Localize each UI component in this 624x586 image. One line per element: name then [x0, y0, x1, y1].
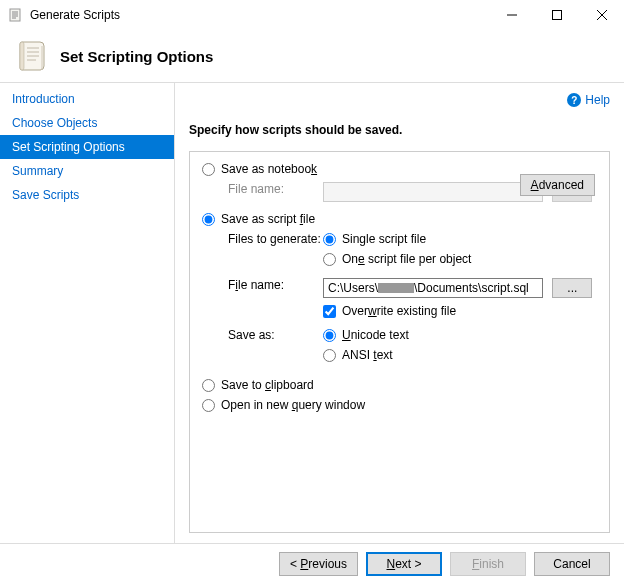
- wizard-footer: < Previous Next > Finish Cancel: [0, 543, 624, 583]
- app-icon: [8, 7, 24, 23]
- previous-button[interactable]: < Previous: [279, 552, 358, 576]
- help-link[interactable]: ? Help: [567, 93, 610, 107]
- unicode-radio[interactable]: [323, 329, 336, 342]
- save-script-file-label[interactable]: Save as script file: [221, 212, 315, 226]
- save-clipboard-label[interactable]: Save to clipboard: [221, 378, 314, 392]
- single-file-radio[interactable]: [323, 233, 336, 246]
- overwrite-checkbox[interactable]: [323, 305, 336, 318]
- save-clipboard-radio[interactable]: [202, 379, 215, 392]
- nav-choose-objects[interactable]: Choose Objects: [0, 111, 174, 135]
- script-browse-button[interactable]: ...: [552, 278, 592, 298]
- per-object-label[interactable]: One script file per object: [342, 252, 471, 266]
- help-icon: ?: [567, 93, 581, 107]
- cancel-button[interactable]: Cancel: [534, 552, 610, 576]
- redacted-username: [378, 283, 414, 293]
- title-bar: Generate Scripts: [0, 0, 624, 30]
- next-button[interactable]: Next >: [366, 552, 442, 576]
- open-query-radio[interactable]: [202, 399, 215, 412]
- maximize-button[interactable]: [534, 0, 579, 30]
- save-notebook-label[interactable]: Save as notebook: [221, 162, 317, 176]
- nav-summary[interactable]: Summary: [0, 159, 174, 183]
- nav-save-scripts[interactable]: Save Scripts: [0, 183, 174, 207]
- single-file-label[interactable]: Single script file: [342, 232, 426, 246]
- finish-button: Finish: [450, 552, 526, 576]
- files-to-generate-label: Files to generate:: [228, 232, 323, 246]
- nav-introduction[interactable]: Introduction: [0, 87, 174, 111]
- options-group: Advanced Save as notebook File name: ...…: [189, 151, 610, 533]
- unicode-label[interactable]: Unicode text: [342, 328, 409, 342]
- minimize-button[interactable]: [489, 0, 534, 30]
- prompt-text: Specify how scripts should be saved.: [189, 123, 610, 137]
- window-controls: [489, 0, 624, 30]
- wizard-header: Set Scripting Options: [0, 30, 624, 82]
- svg-rect-2: [552, 11, 561, 20]
- ansi-radio[interactable]: [323, 349, 336, 362]
- overwrite-label[interactable]: Overwrite existing file: [342, 304, 456, 318]
- help-label: Help: [585, 93, 610, 107]
- save-script-file-radio[interactable]: [202, 213, 215, 226]
- wizard-nav: Introduction Choose Objects Set Scriptin…: [0, 83, 175, 543]
- notebook-filename-input: [323, 182, 543, 202]
- advanced-button[interactable]: Advanced: [520, 174, 595, 196]
- scroll-icon: [16, 38, 48, 74]
- ansi-label[interactable]: ANSI text: [342, 348, 393, 362]
- window-title: Generate Scripts: [30, 8, 489, 22]
- main-panel: ? Help Specify how scripts should be sav…: [175, 83, 624, 543]
- save-notebook-radio[interactable]: [202, 163, 215, 176]
- script-filename-input[interactable]: C:\Users\\Documents\script.sql: [323, 278, 543, 298]
- open-query-label[interactable]: Open in new query window: [221, 398, 365, 412]
- save-as-label: Save as:: [228, 328, 323, 342]
- notebook-filename-label: File name:: [228, 182, 323, 196]
- svg-rect-0: [10, 9, 20, 21]
- per-object-radio[interactable]: [323, 253, 336, 266]
- nav-set-scripting-options[interactable]: Set Scripting Options: [0, 135, 174, 159]
- script-filename-label: File name:: [228, 278, 323, 292]
- page-title: Set Scripting Options: [60, 48, 213, 65]
- close-button[interactable]: [579, 0, 624, 30]
